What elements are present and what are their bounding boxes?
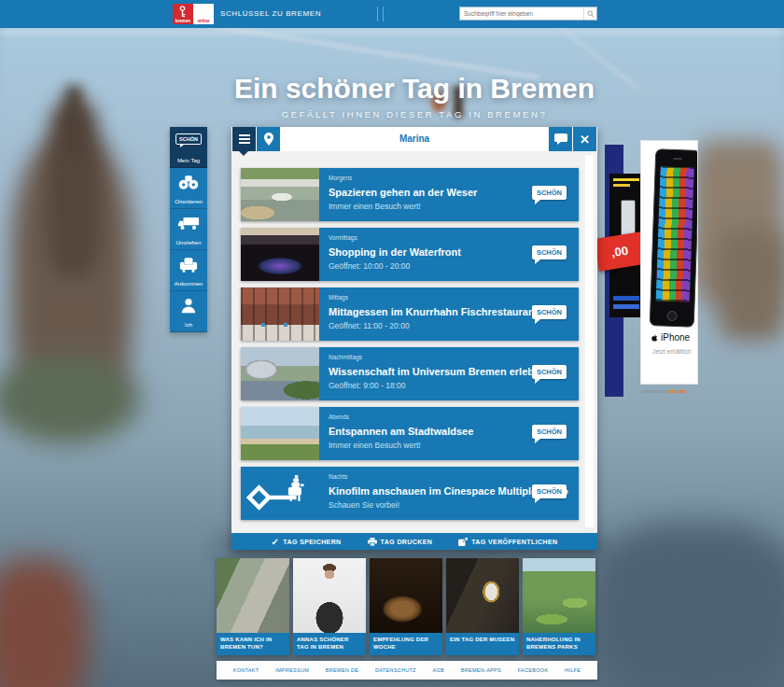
- ad-decoration: [613, 184, 630, 187]
- sidebar-item-orientieren[interactable]: Orientieren: [170, 168, 207, 209]
- search-input[interactable]: [460, 10, 583, 17]
- print-day-button[interactable]: TAG DRUCKEN: [368, 538, 433, 546]
- iphone-image: [650, 148, 698, 328]
- schoen-like-button[interactable]: SCHÖN: [532, 425, 567, 439]
- footer-link-kontakt[interactable]: KONTAKT: [233, 667, 259, 673]
- teaser-card-annas-tag[interactable]: ANNAS SCHÖNER TAG IN BREMEN: [293, 558, 366, 655]
- sidebar-item-umziehen[interactable]: Umziehen: [170, 209, 207, 250]
- site-title: SCHLÜSSEL ZU BREMEN: [220, 0, 321, 28]
- activity-row-morgens[interactable]: Morgens Spazieren gehen an der Weser Imm…: [241, 168, 579, 221]
- teaser-photo-market: [217, 558, 289, 633]
- map-pin-icon: [264, 133, 273, 146]
- schoen-like-button[interactable]: SCHÖN: [532, 365, 567, 379]
- footer-link-bremen-apps[interactable]: BREMEN-APPS: [461, 667, 501, 673]
- iphone-home-button: [666, 311, 677, 321]
- close-button[interactable]: ✕: [573, 127, 596, 151]
- logo-bremen-label: bremen: [173, 19, 193, 23]
- teaser-card-empfehlung[interactable]: EMPFEHLUNG DER WOCHE: [370, 558, 442, 655]
- sidebar-item-mein-tag[interactable]: SCHÖN Mein Tag: [170, 127, 207, 168]
- sidebar-item-label: Ich: [170, 322, 207, 328]
- footer-link-hilfe[interactable]: HILFE: [565, 667, 581, 673]
- activity-row-nachmittags[interactable]: Nachmittags Wissenschaft im Universum Br…: [241, 347, 579, 400]
- panel-action-bar: ✓ TAG SPEICHERN TAG DRUCKEN TAG VERÖFFEN…: [231, 533, 597, 550]
- time-of-day-label: Nachmittags: [329, 354, 362, 360]
- time-of-day-label: Mittags: [329, 294, 348, 301]
- sidebar-item-label: Mein Tag: [170, 158, 207, 163]
- activity-subtitle: Immer einen Besuch wert!: [329, 202, 421, 211]
- sidebar-item-ankommen[interactable]: Ankommen: [170, 250, 207, 291]
- activity-row-nachts[interactable]: Nachts Kinofilm anschauen im Cinespace M…: [241, 467, 579, 520]
- activity-photo-stadtwaldsee: [241, 407, 319, 460]
- activity-photo-weser: [241, 168, 319, 221]
- sidebar-item-label: Ankommen: [170, 281, 207, 287]
- person-icon: [170, 298, 207, 315]
- logo-bremen-square: bremen: [173, 4, 193, 24]
- bremen-online-logo[interactable]: bremen online: [173, 4, 214, 24]
- sidebar-item-ich[interactable]: Ich: [170, 291, 207, 332]
- activity-row-mittags[interactable]: Mittags Mittagessen im Knurrhahn Fischre…: [241, 287, 579, 341]
- activity-subtitle: Geöffnet: 10:00 - 20:00: [329, 261, 410, 271]
- publish-day-button[interactable]: TAG VERÖFFENTLICHEN: [458, 538, 557, 546]
- activity-photo-waterfront: [241, 228, 319, 281]
- footer-link-bremende[interactable]: BREMEN.DE: [326, 667, 358, 673]
- topbar-divider: [383, 7, 384, 21]
- activity-row-vormittags[interactable]: Vormittags Shopping in der Waterfront Ge…: [241, 228, 579, 281]
- footer-link-datenschutz[interactable]: DATENSCHUTZ: [375, 667, 416, 673]
- topbar-divider: [377, 7, 378, 21]
- activity-photo-restaurant: [241, 287, 319, 341]
- teaser-card-museen[interactable]: EIN TAG DER MUSEEN: [446, 558, 519, 655]
- teaser-photo-anna: [293, 558, 366, 633]
- schoen-like-button[interactable]: SCHÖN: [532, 245, 567, 259]
- comment-button[interactable]: [549, 127, 572, 151]
- iphone-screen: [656, 166, 694, 301]
- ad-decoration: [613, 304, 639, 309]
- iphone-speaker: [673, 158, 682, 160]
- activity-subtitle: Geöffnet: 11:00 - 20:00: [329, 321, 410, 330]
- sidebar-item-label: Umziehen: [170, 240, 207, 245]
- armchair-icon: [170, 257, 207, 273]
- schoen-like-button[interactable]: SCHÖN: [532, 305, 567, 319]
- teaser-caption: NAHERHOLUNG IN BREMENS PARKS: [523, 633, 595, 655]
- map-pin-button[interactable]: [257, 127, 280, 151]
- panel-title: Marina: [231, 127, 597, 151]
- time-of-day-label: Nachts: [329, 473, 347, 480]
- key-musicians-icon: [245, 475, 315, 512]
- ad-iphone-panel[interactable]: iPhone Jetzt erhältlich: [640, 140, 698, 385]
- time-of-day-label: Abends: [329, 414, 349, 420]
- footer-link-facebook[interactable]: FACEBOOK: [518, 667, 549, 673]
- ad-decoration: [613, 296, 639, 301]
- footer-link-agb[interactable]: AGB: [432, 667, 444, 673]
- panel-header: Marina ✕: [231, 127, 597, 151]
- schoen-like-button[interactable]: SCHÖN: [532, 484, 567, 498]
- teaser-card-parks[interactable]: NAHERHOLUNG IN BREMENS PARKS: [523, 558, 595, 655]
- ad-product-label: iPhone: [661, 332, 690, 343]
- time-of-day-label: Vormittags: [329, 234, 357, 241]
- activity-subtitle: Immer einen Besuch wert!: [329, 441, 421, 450]
- teaser-photo-wine-cellar: [370, 558, 442, 633]
- teaser-caption: WAS KANN ICH IN BREMEN TUN?: [217, 633, 289, 655]
- page: bremen online SCHLÜSSEL ZU BREMEN Ein sc…: [0, 0, 784, 687]
- teaser-row: WAS KANN ICH IN BREMEN TUN? ANNAS SCHÖNE…: [217, 558, 597, 655]
- activity-title: Spazieren gehen an der Weser: [329, 187, 477, 198]
- activity-subtitle: Geöffnet: 9:00 - 18:00: [329, 381, 406, 390]
- activity-subtitle: Schauen Sie vorbei!: [329, 500, 399, 510]
- menu-button[interactable]: [232, 127, 256, 151]
- footer-link-impressum[interactable]: IMPRESSUM: [275, 667, 309, 673]
- logo-online-square: online: [193, 4, 214, 24]
- panel-scrollbar[interactable]: [585, 155, 594, 527]
- hamburger-icon: [239, 134, 250, 144]
- teaser-card-was-kann-ich[interactable]: WAS KANN ICH IN BREMEN TUN?: [217, 558, 289, 655]
- footer: KONTAKT IMPRESSUM BREMEN.DE DATENSCHUTZ …: [217, 661, 597, 680]
- activity-title: Mittagessen im Knurrhahn Fischrestaurant: [329, 306, 538, 317]
- time-of-day-label: Morgens: [329, 175, 352, 181]
- share-icon: [458, 538, 468, 546]
- activity-row-abends[interactable]: Abends Entspannen am Stadtwaldsee Immer …: [241, 407, 579, 460]
- schoen-bubble-icon: SCHÖN: [175, 133, 202, 145]
- schoen-like-button[interactable]: SCHÖN: [532, 186, 567, 200]
- activity-photo-universum: [241, 347, 319, 400]
- truck-icon: [170, 216, 207, 231]
- save-day-button[interactable]: ✓ TAG SPEICHERN: [272, 537, 342, 547]
- day-planner-panel: Marina ✕ Morgens Spazieren gehen an der …: [231, 127, 597, 550]
- ad-subtext: Jetzt erhältlich: [652, 348, 692, 355]
- search-icon[interactable]: [583, 7, 596, 20]
